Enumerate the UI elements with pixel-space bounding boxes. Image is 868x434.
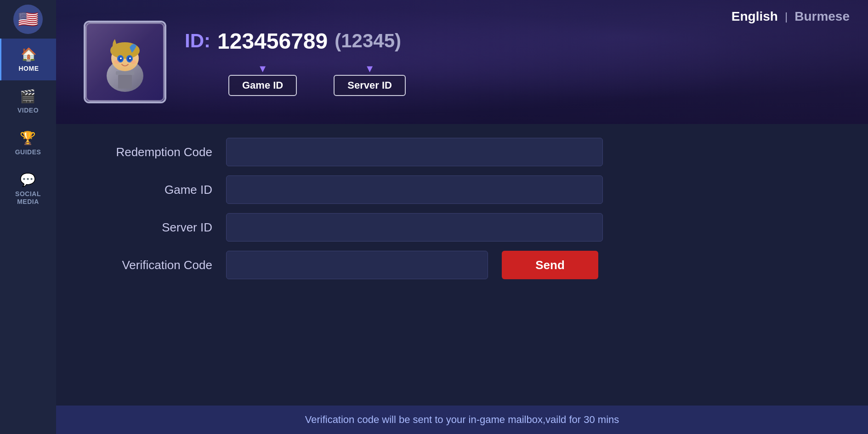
avatar <box>84 21 166 103</box>
header-banner: English | Burmese <box>56 0 868 124</box>
main-content: English | Burmese <box>56 0 868 434</box>
sidebar-item-guides-label: GUIDES <box>15 148 41 156</box>
sidebar-item-social[interactable]: 💬 SOCIALMEDIA <box>0 164 56 214</box>
home-icon: 🏠 <box>21 47 37 62</box>
player-id-label: ID: <box>185 30 210 52</box>
game-id-row: Game ID <box>84 175 840 204</box>
redemption-code-label: Redemption Code <box>84 145 212 159</box>
verification-code-row: Verification Code Send <box>84 251 840 279</box>
sidebar: 🇺🇸 🏠 HOME 🎬 VIDEO 🏆 GUIDES 💬 SOCIALMEDIA <box>0 0 56 434</box>
sidebar-item-home-label: HOME <box>19 65 39 72</box>
redemption-code-row: Redemption Code <box>84 138 840 166</box>
server-id-input[interactable] <box>226 213 603 242</box>
player-id-main: 123456789 <box>217 28 328 54</box>
video-icon: 🎬 <box>20 89 36 104</box>
guides-icon: 🏆 <box>20 130 36 146</box>
server-id-button[interactable]: Server ID <box>334 75 406 96</box>
redemption-code-input[interactable] <box>226 138 603 166</box>
sidebar-item-social-label: SOCIALMEDIA <box>15 190 41 206</box>
language-burmese[interactable]: Burmese <box>794 9 850 24</box>
flag-icon[interactable]: 🇺🇸 <box>13 5 43 34</box>
send-button[interactable]: Send <box>502 251 598 279</box>
sidebar-item-home[interactable]: 🏠 HOME <box>0 39 56 80</box>
sidebar-item-guides[interactable]: 🏆 GUIDES <box>0 122 56 164</box>
language-switcher: English | Burmese <box>732 9 850 24</box>
avatar-frame <box>85 23 165 101</box>
player-id-server: (12345) <box>335 30 401 52</box>
sidebar-item-video[interactable]: 🎬 VIDEO <box>0 80 56 122</box>
server-id-label: Server ID <box>84 220 212 235</box>
social-icon: 💬 <box>20 172 36 187</box>
game-id-arrow-icon: ▼ <box>258 63 268 75</box>
sidebar-item-video-label: VIDEO <box>17 107 39 114</box>
player-id-row: ID: 123456789 (12345) <box>185 28 406 54</box>
verification-code-input[interactable] <box>226 251 488 279</box>
server-id-row: Server ID <box>84 213 840 242</box>
header-content: ID: 123456789 (12345) ▼ Game ID ▼ Server… <box>56 21 406 103</box>
notice-bar: Verification code will be sent to your i… <box>56 406 868 434</box>
form-section: Redemption Code Game ID Server ID Verifi… <box>56 124 868 434</box>
language-english[interactable]: English <box>732 9 778 24</box>
server-id-group: ▼ Server ID <box>334 63 406 96</box>
lang-divider: | <box>785 10 788 23</box>
game-id-input[interactable] <box>226 175 603 204</box>
game-id-label: Game ID <box>84 183 212 197</box>
player-info: ID: 123456789 (12345) ▼ Game ID ▼ Server… <box>185 28 406 96</box>
verification-code-label: Verification Code <box>84 258 212 272</box>
server-id-arrow-icon: ▼ <box>365 63 375 75</box>
game-id-button[interactable]: Game ID <box>228 75 297 96</box>
notice-text: Verification code will be sent to your i… <box>305 414 619 425</box>
game-id-group: ▼ Game ID <box>228 63 297 96</box>
